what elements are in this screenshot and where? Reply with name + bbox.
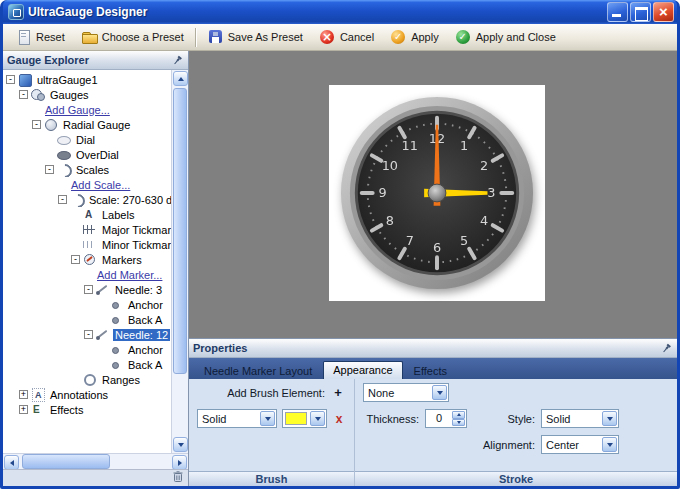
needle-icon <box>95 283 111 296</box>
vertical-scrollbar[interactable] <box>171 70 188 453</box>
tree-item-annotations[interactable]: Annotations <box>3 387 171 402</box>
collapse-icon[interactable] <box>84 330 93 339</box>
add-marker-link[interactable]: Add Marker... <box>95 269 164 281</box>
tree-link-add-marker[interactable]: Add Marker... <box>3 267 171 282</box>
tree-item-dial[interactable]: Dial <box>3 132 171 147</box>
collapse-icon[interactable] <box>32 120 41 129</box>
chevron-down-icon[interactable] <box>310 411 325 426</box>
tree-link-add-scale[interactable]: Add Scale... <box>3 177 171 192</box>
expand-icon[interactable] <box>19 405 28 414</box>
tab-effects[interactable]: Effects <box>404 362 457 379</box>
vertical-scroll-track[interactable] <box>172 87 188 436</box>
tree-item-anchor[interactable]: Anchor <box>3 297 171 312</box>
stroke-type-value: None <box>364 387 431 399</box>
scroll-left-button[interactable] <box>4 455 19 470</box>
tree-item-labels[interactable]: Labels <box>3 207 171 222</box>
tree-item-gauges[interactable]: Gauges <box>3 87 171 102</box>
svg-text:8: 8 <box>386 213 394 228</box>
tree-item-overdial[interactable]: OverDial <box>3 147 171 162</box>
stepper-down-button[interactable] <box>452 419 465 427</box>
tree-item-label: Back A <box>126 314 164 326</box>
collapse-icon[interactable] <box>58 195 67 204</box>
apply-check-icon <box>390 29 407 45</box>
tree-item-needle-12-selected[interactable]: Needle: 12 <box>3 327 171 342</box>
horizontal-scroll-thumb[interactable] <box>22 454 110 469</box>
save-as-preset-button[interactable]: Save As Preset <box>199 26 311 48</box>
pin-icon[interactable] <box>660 342 673 355</box>
tree-item-label: Radial Gauge <box>61 119 132 131</box>
trash-icon[interactable] <box>172 469 184 486</box>
tree-item-back[interactable]: Back A <box>3 312 171 327</box>
tree-item-scale[interactable]: Scale: 270-630 de <box>3 192 171 207</box>
chevron-down-icon[interactable] <box>260 411 275 426</box>
minimize-button[interactable] <box>607 2 628 22</box>
tab-needle-marker-layout[interactable]: Needle Marker Layout <box>194 362 322 379</box>
arrow-down-icon <box>178 443 184 447</box>
add-scale-link[interactable]: Add Scale... <box>69 179 132 191</box>
titlebar[interactable]: UltraGauge Designer <box>3 0 677 24</box>
add-gauge-link[interactable]: Add Gauge... <box>43 104 112 116</box>
tree-link-add-gauge[interactable]: Add Gauge... <box>3 102 171 117</box>
tree-item-radial-gauge[interactable]: Radial Gauge <box>3 117 171 132</box>
scroll-up-button[interactable] <box>173 71 188 86</box>
collapse-icon[interactable] <box>45 165 54 174</box>
tree-item-major-tickmarks[interactable]: Major Tickmar <box>3 222 171 237</box>
chevron-down-icon[interactable] <box>602 437 617 452</box>
tree-item-anchor[interactable]: Anchor <box>3 342 171 357</box>
main-area: 12 1 2 3 4 5 6 7 8 9 10 <box>189 51 677 486</box>
apply-button[interactable]: Apply <box>382 26 447 48</box>
apply-and-close-button[interactable]: Apply and Close <box>447 26 564 48</box>
pin-icon[interactable] <box>171 54 184 67</box>
tree-item-label: Back A <box>126 359 164 371</box>
close-button[interactable] <box>653 2 674 22</box>
tree-item-needle-3[interactable]: Needle: 3 <box>3 282 171 297</box>
expand-icon[interactable] <box>19 390 28 399</box>
needle-hub[interactable] <box>428 184 446 202</box>
cancel-button[interactable]: Cancel <box>311 26 382 48</box>
add-brush-element-button[interactable]: + <box>330 384 346 401</box>
gauge-explorer-panel: Gauge Explorer ultraGauge1 Gauges Add Ga… <box>3 51 189 486</box>
annotations-icon <box>30 388 46 401</box>
tree-item-minor-tickmarks[interactable]: Minor Tickmar <box>3 237 171 252</box>
vertical-scroll-thumb[interactable] <box>173 88 187 374</box>
ultragauge-designer-window: UltraGauge Designer Reset Choose a Prese… <box>0 0 680 489</box>
gauge-tree: ultraGauge1 Gauges Add Gauge... Radial G… <box>3 70 171 453</box>
tree-item-ranges[interactable]: Ranges <box>3 372 171 387</box>
collapse-icon[interactable] <box>71 255 80 264</box>
stroke-alignment-select[interactable]: Center <box>541 435 619 454</box>
tab-appearance[interactable]: Appearance <box>323 361 402 379</box>
reset-button[interactable]: Reset <box>7 26 73 48</box>
radial-gauge-clock[interactable]: 12 1 2 3 4 5 6 7 8 9 10 <box>338 94 536 292</box>
collapse-icon[interactable] <box>84 285 93 294</box>
save-as-preset-label: Save As Preset <box>228 31 303 43</box>
remove-brush-element-button[interactable]: x <box>332 410 346 427</box>
gauge-surface[interactable]: 12 1 2 3 4 5 6 7 8 9 10 <box>329 85 545 301</box>
chevron-down-icon[interactable] <box>432 385 447 400</box>
horizontal-scroll-track[interactable] <box>20 454 171 469</box>
tree-item-label: Minor Tickmar <box>100 239 171 251</box>
horizontal-scrollbar[interactable] <box>3 453 188 469</box>
scroll-right-button[interactable] <box>172 455 187 470</box>
stepper-up-button[interactable] <box>452 411 465 419</box>
scroll-down-button[interactable] <box>173 437 188 452</box>
apply-and-close-label: Apply and Close <box>476 31 556 43</box>
window-title: UltraGauge Designer <box>28 5 605 19</box>
gauges-icon <box>30 88 46 101</box>
tree-item-effects[interactable]: Effects <box>3 402 171 417</box>
thickness-stepper[interactable]: 0 <box>425 409 467 428</box>
design-canvas[interactable]: 12 1 2 3 4 5 6 7 8 9 10 <box>189 51 677 338</box>
stroke-type-select[interactable]: None <box>363 383 449 402</box>
choose-preset-button[interactable]: Choose a Preset <box>73 26 192 48</box>
color-swatch[interactable] <box>285 412 307 425</box>
collapse-icon[interactable] <box>6 75 15 84</box>
tree-item-markers[interactable]: Markers <box>3 252 171 267</box>
stroke-style-select[interactable]: Solid <box>541 409 619 428</box>
collapse-icon[interactable] <box>19 90 28 99</box>
maximize-button[interactable] <box>630 2 651 22</box>
tree-item-scales[interactable]: Scales <box>3 162 171 177</box>
chevron-down-icon[interactable] <box>602 411 617 426</box>
tree-item-ultragauge1[interactable]: ultraGauge1 <box>3 72 171 87</box>
brush-type-select[interactable]: Solid <box>197 409 277 428</box>
brush-color-picker[interactable] <box>282 409 327 428</box>
tree-item-back[interactable]: Back A <box>3 357 171 372</box>
